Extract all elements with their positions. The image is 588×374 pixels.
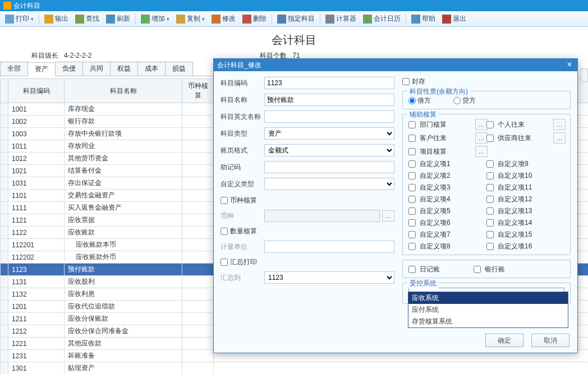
custom-item[interactable]: 自定义项13 — [486, 206, 564, 216]
aux-fieldset: 辅助核算 部门核算…个人往来…客户往来…供应商往来…项目核算…… 自定义项1自定… — [402, 114, 571, 255]
col-code[interactable]: 科目编码 — [8, 79, 65, 103]
aux-proj[interactable]: 项目核算 — [408, 147, 473, 156]
cell-code: 112201 — [8, 239, 65, 251]
help-button[interactable]: 帮助 — [408, 13, 438, 25]
edit-button[interactable]: 修改 — [209, 13, 238, 25]
custom-item[interactable]: 自定义项10 — [486, 171, 564, 181]
aux-supplier-lookup[interactable]: … — [553, 132, 566, 144]
label-seal: 封存 — [412, 77, 425, 86]
custom-item[interactable]: 自定义项3 — [408, 183, 486, 192]
custom-item[interactable]: 自定义项11 — [486, 183, 564, 192]
cell-code: 1001 — [8, 103, 65, 116]
cell-code: 1021 — [8, 165, 65, 177]
tab-1[interactable]: 资产 — [27, 62, 56, 76]
cancel-button[interactable]: 取消 — [531, 334, 569, 347]
custom-item[interactable]: 自定义项14 — [486, 218, 564, 228]
currency-checkbox[interactable] — [220, 197, 228, 204]
dialog-titlebar[interactable]: 会计科目_修改 ✕ — [214, 59, 577, 71]
aux-cust[interactable]: 客户往来 — [408, 133, 473, 143]
custom-item[interactable]: 自定义项5 — [408, 206, 486, 216]
export-button[interactable]: 输出 — [42, 13, 71, 25]
col-name[interactable]: 科目名称 — [65, 79, 182, 103]
label-ename: 科目英文名称 — [220, 112, 264, 122]
aux-dept-lookup[interactable]: … — [475, 119, 488, 130]
calc-button[interactable]: 计算器 — [323, 13, 359, 25]
mnemonic-input[interactable] — [264, 161, 394, 173]
customtype-select[interactable] — [264, 178, 394, 190]
custom-item[interactable]: 自定义项7 — [408, 230, 486, 239]
tab-4[interactable]: 权益 — [110, 62, 138, 76]
label-currency-chk: 币种核算 — [230, 196, 257, 205]
tab-2[interactable]: 负债 — [55, 62, 83, 76]
custom-item[interactable]: 自定义项1 — [408, 159, 486, 169]
tab-6[interactable]: 损益 — [165, 62, 193, 76]
cell-code: 1131 — [8, 276, 65, 288]
custom-item[interactable]: 自定义项15 — [486, 230, 564, 239]
currency-lookup-button[interactable]: … — [382, 210, 394, 221]
aux-person[interactable]: 个人往来 — [486, 120, 551, 130]
type-select[interactable]: 资产 — [264, 127, 394, 140]
tab-5[interactable]: 成本 — [137, 62, 166, 76]
custom-item[interactable]: 自定义项8 — [408, 242, 486, 251]
tab-0[interactable]: 全部 — [0, 62, 28, 76]
cell-code: 1002 — [8, 116, 65, 128]
cell-currency — [182, 251, 214, 264]
refresh-button[interactable]: 刷新 — [103, 13, 133, 25]
code-input[interactable] — [264, 77, 394, 89]
unit-input[interactable] — [264, 241, 394, 253]
seal-checkbox[interactable] — [402, 78, 410, 85]
sumto-select[interactable]: 1123 — [264, 271, 394, 284]
cell-name: 其他货币资金 — [65, 153, 182, 165]
ctrl-option[interactable]: 应收系统 — [408, 292, 568, 304]
custom-item[interactable]: 自定义项2 — [408, 171, 486, 181]
cell-currency — [182, 313, 214, 325]
ename-input[interactable] — [264, 110, 394, 123]
pagefmt-select[interactable]: 金额式 — [264, 144, 394, 156]
custom-item[interactable]: 自定义项9 — [486, 159, 564, 169]
add-button[interactable]: 增加▾ — [138, 13, 172, 25]
cell-name: 结算备付金 — [65, 165, 182, 177]
name-input[interactable] — [264, 94, 394, 106]
aux-cust-lookup[interactable]: … — [475, 132, 488, 144]
cell-currency — [182, 116, 214, 128]
print-button[interactable]: 打印▾ — [2, 13, 36, 25]
assign-button[interactable]: 指定科目 — [274, 13, 318, 25]
custom-item[interactable]: 自定义项4 — [408, 195, 486, 204]
tab-3[interactable]: 共同 — [82, 62, 111, 76]
ctrl-system-dropdown[interactable]: 应收系统应付系统存货核算系统 — [408, 292, 568, 328]
aux-dept[interactable]: 部门核算 — [408, 120, 473, 130]
custom-item[interactable]: 自定义项12 — [486, 195, 564, 204]
delete-icon — [242, 15, 251, 24]
cell-currency — [182, 276, 214, 288]
custom-item[interactable]: 自定义项16 — [486, 242, 564, 251]
journal-checkbox[interactable]: 日记账 — [408, 265, 440, 274]
find-button[interactable]: 查找 — [72, 13, 102, 25]
cell-code: 1122 — [8, 227, 65, 239]
sum-checkbox[interactable] — [220, 258, 228, 266]
exit-button[interactable]: 退出 — [439, 13, 469, 25]
delete-button[interactable]: 删除 — [240, 13, 269, 25]
radio-debit[interactable]: 借方 — [408, 96, 431, 105]
aux-proj-lookup[interactable]: … — [475, 146, 488, 157]
ok-button[interactable]: 确定 — [485, 334, 523, 347]
ctrl-option[interactable]: 存货核算系统 — [408, 316, 568, 327]
close-icon[interactable]: ✕ — [565, 61, 574, 70]
aux-legend: 辅助核算 — [407, 110, 439, 119]
cell-code: 112202 — [8, 251, 65, 264]
cell-name: 存放同业 — [65, 140, 182, 153]
chevron-down-icon: ▾ — [202, 16, 205, 22]
aux-person-lookup[interactable]: … — [553, 119, 566, 130]
cell-code: 1011 — [8, 140, 65, 153]
aux-supplier[interactable]: 供应商往来 — [486, 133, 551, 143]
col-currency[interactable]: 币种核算 — [182, 79, 214, 103]
copy-button[interactable]: 复制▾ — [173, 13, 208, 25]
qty-checkbox[interactable] — [220, 228, 228, 235]
main-toolbar: 打印▾输出查找刷新增加▾复制▾修改删除指定科目计算器会计日历帮助退出 — [0, 11, 588, 27]
table-row[interactable]: 1301 贴现资产 — [1, 362, 589, 375]
cell-currency — [182, 227, 214, 239]
calendar-button[interactable]: 会计日历 — [360, 13, 403, 25]
custom-item[interactable]: 自定义项6 — [408, 218, 486, 228]
bank-checkbox[interactable]: 银行账 — [474, 265, 505, 274]
radio-credit[interactable]: 贷方 — [453, 96, 476, 105]
ctrl-option[interactable]: 应付系统 — [408, 304, 568, 316]
